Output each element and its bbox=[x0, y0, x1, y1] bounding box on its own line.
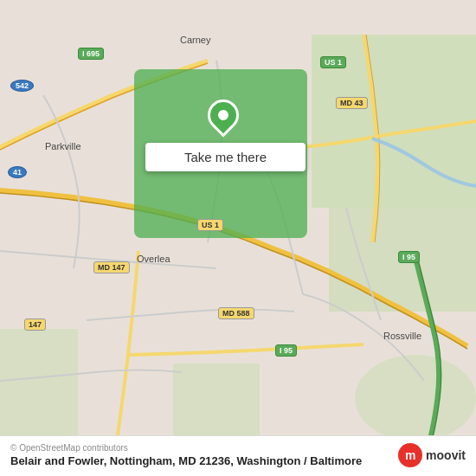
road-badge-41: 41 bbox=[8, 166, 27, 178]
pin-inner bbox=[218, 110, 228, 120]
road-badge-542: 542 bbox=[10, 80, 34, 92]
bottom-bar: © OpenStreetMap contributors Belair and … bbox=[0, 435, 476, 476]
moovit-text: moovit bbox=[426, 448, 466, 462]
map-container: Take me there I 695 US 1 MD 43 I 95 US 1… bbox=[0, 0, 476, 476]
location-title: Belair and Fowler, Nottingham, MD 21236,… bbox=[10, 454, 362, 467]
road-badge-i95-bot: I 95 bbox=[275, 344, 297, 357]
road-badge-md588: MD 588 bbox=[218, 307, 254, 319]
road-badge-147b: 147 bbox=[24, 318, 46, 331]
moovit-icon: m bbox=[398, 443, 422, 467]
attribution-text: © OpenStreetMap contributors bbox=[10, 443, 362, 453]
pin-circle bbox=[202, 93, 246, 138]
road-badge-i95-mid: I 95 bbox=[398, 251, 420, 263]
road-badge-md43: MD 43 bbox=[336, 97, 368, 109]
svg-rect-3 bbox=[173, 363, 260, 441]
moovit-logo[interactable]: m moovit bbox=[398, 443, 466, 467]
road-badge-us1-mid: US 1 bbox=[197, 219, 223, 231]
bottom-bar-text: © OpenStreetMap contributors Belair and … bbox=[10, 443, 362, 467]
road-badge-i695: I 695 bbox=[78, 48, 104, 60]
svg-point-4 bbox=[355, 355, 476, 441]
map-pin bbox=[208, 100, 239, 138]
road-badge-us1-top: US 1 bbox=[320, 56, 346, 68]
road-badge-md147: MD 147 bbox=[93, 261, 130, 273]
take-me-there-button[interactable]: Take me there bbox=[145, 143, 306, 171]
svg-rect-2 bbox=[0, 329, 78, 441]
